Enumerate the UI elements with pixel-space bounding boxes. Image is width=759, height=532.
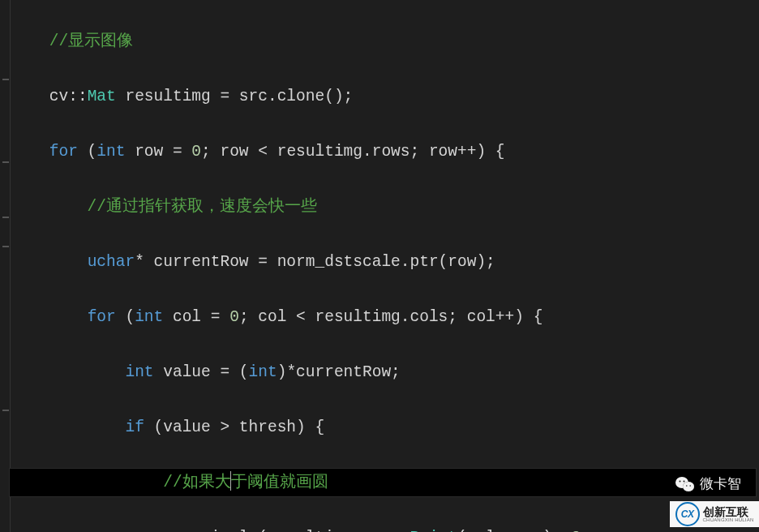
watermark-wechat: 微卡智 <box>675 474 741 493</box>
fold-marker <box>2 217 9 218</box>
fold-marker <box>2 161 9 163</box>
watermark-wechat-text: 微卡智 <box>700 474 741 493</box>
svg-point-7 <box>689 485 691 487</box>
code-line: uchar* currentRow = norm_dstscale.ptr(ro… <box>11 248 756 276</box>
fold-marker <box>2 410 9 411</box>
code-line: for (int row = 0; row < resultimg.rows; … <box>11 138 756 165</box>
fold-marker <box>2 246 9 247</box>
code-editor[interactable]: //显示图像 cv::Mat resultimg = src.clone(); … <box>11 0 756 532</box>
code-line-active: //如果大于阈值就画圆 <box>10 469 756 496</box>
logo-text: 创新互联 CHUANGXIN HULIAN <box>703 506 754 522</box>
svg-point-3 <box>683 482 694 491</box>
code-line: cv::Mat resultimg = src.clone(); <box>11 83 756 110</box>
editor-gutter <box>0 0 11 532</box>
code-line: cv::circle(resultimg, cv::Point(col, row… <box>11 524 756 532</box>
logo-badge-icon: CX <box>675 502 700 526</box>
comment-text: //显示图像 <box>11 32 133 50</box>
fold-marker <box>2 79 9 80</box>
code-line: //通过指针获取，速度会快一些 <box>11 193 756 221</box>
wechat-icon <box>675 476 695 492</box>
code-line: for (int col = 0; col < resultimg.cols; … <box>11 303 756 331</box>
watermark-logo: CX 创新互联 CHUANGXIN HULIAN <box>670 501 759 527</box>
svg-point-5 <box>684 480 685 482</box>
code-line: int value = (int)*currentRow; <box>11 358 756 386</box>
code-line: //显示图像 <box>11 28 756 55</box>
code-line: if (value > thresh) { <box>11 414 756 441</box>
text-cursor <box>230 471 231 491</box>
svg-point-4 <box>680 480 681 482</box>
svg-point-6 <box>686 485 688 487</box>
